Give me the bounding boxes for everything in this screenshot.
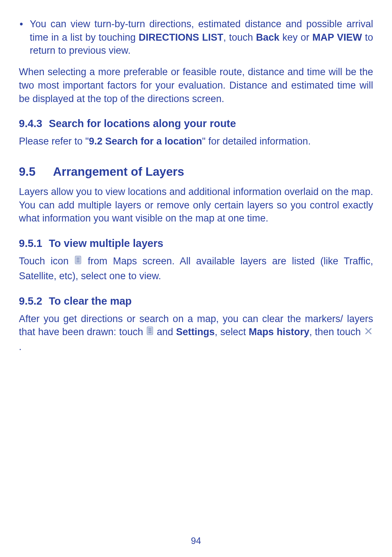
layers-icon xyxy=(147,325,153,339)
paragraph: Layers allow you to view locations and a… xyxy=(19,185,373,225)
heading-number: 9.5 xyxy=(19,165,53,179)
text-bold: Settings xyxy=(176,327,215,338)
text: " for detailed information. xyxy=(202,136,311,147)
paragraph: Touch icon from Maps screen. All availab… xyxy=(19,255,373,282)
text-bold: Back xyxy=(256,32,279,43)
bullet-text: You can view turn-by-turn directions, es… xyxy=(30,17,373,57)
text: and xyxy=(157,327,176,338)
heading-title: Arrangement of Layers xyxy=(53,165,184,179)
paragraph: After you get directions or search on a … xyxy=(19,312,373,354)
heading-number: 9.5.2 xyxy=(19,295,42,307)
text-bold: Maps history xyxy=(249,327,309,338)
text-bold: 9.2 Search for a location xyxy=(89,136,202,147)
text-bold: MAP VIEW xyxy=(313,32,362,43)
text: Touch icon xyxy=(19,256,74,267)
heading-number: 9.4.3 xyxy=(19,118,42,130)
heading-9-5-2: 9.5.2 To clear the map xyxy=(19,295,373,307)
close-icon xyxy=(364,325,372,339)
heading-9-4-3: 9.4.3 Search for locations along your ro… xyxy=(19,118,373,130)
paragraph: Please refer to "9.2 Search for a locati… xyxy=(19,135,373,148)
heading-title: To view multiple layers xyxy=(49,237,163,249)
manual-page: • You can view turn-by-turn directions, … xyxy=(0,0,392,557)
text: Please refer to " xyxy=(19,136,89,147)
bullet-marker: • xyxy=(19,17,30,31)
heading-number: 9.5.1 xyxy=(19,237,42,249)
heading-title: Search for locations along your route xyxy=(49,118,236,130)
text: key or xyxy=(279,32,313,43)
text: , then touch xyxy=(309,327,364,338)
paragraph: When selecting a more preferable or feas… xyxy=(19,65,373,105)
layers-icon xyxy=(75,255,81,268)
heading-title: To clear the map xyxy=(49,295,132,307)
heading-9-5: 9.5 Arrangement of Layers xyxy=(19,165,373,179)
text: , select xyxy=(215,327,249,338)
bullet-item: • You can view turn-by-turn directions, … xyxy=(19,17,373,57)
text: , touch xyxy=(223,32,256,43)
text-bold: DIRECTIONS LIST xyxy=(139,32,223,43)
heading-9-5-1: 9.5.1 To view multiple layers xyxy=(19,237,373,249)
text: . xyxy=(19,341,22,352)
page-number: 94 xyxy=(0,536,392,546)
